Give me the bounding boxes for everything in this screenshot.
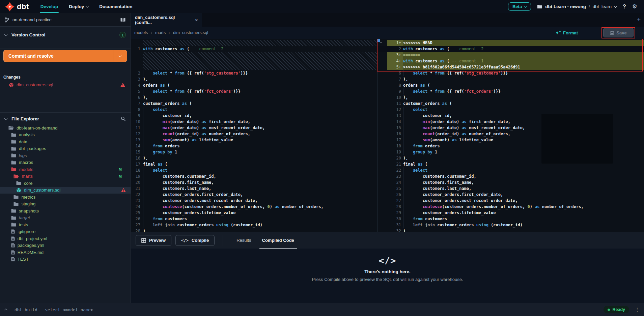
code-line-12[interactable]: 12count(order_id) as number_of_orders,	[131, 131, 377, 137]
code-line-31[interactable]: 31left join customer_orders using (custo…	[377, 222, 644, 228]
tree-item-metrics[interactable]: metrics	[0, 194, 131, 201]
tree-item--gitignore[interactable]: .gitignore	[0, 228, 131, 235]
code-line-7[interactable]: 7customer_orders as (	[131, 100, 377, 107]
fold-minus-icon[interactable]: −	[380, 39, 382, 45]
close-icon[interactable]: ×	[195, 18, 198, 23]
file-explorer-header[interactable]: File Explorer	[0, 113, 131, 125]
file-search-icon[interactable]	[121, 116, 126, 121]
kebab-menu-icon[interactable]: ⋮	[635, 307, 640, 313]
new-tab-button[interactable]: +	[637, 13, 641, 27]
code-line-11[interactable]: 11customer_orders as (	[377, 100, 644, 107]
tree-item-data[interactable]: data	[0, 138, 131, 145]
code-line-28[interactable]: 28coalesce(customer_orders.number_of_ord…	[377, 204, 644, 210]
code-line-23[interactable]: 23customers.customer_id,	[377, 173, 644, 179]
tree-item-models[interactable]: modelsM	[0, 166, 131, 173]
chevron-up-icon[interactable]	[5, 307, 7, 313]
format-button[interactable]: ✦✦ Format	[555, 30, 578, 35]
tree-item-snapshots[interactable]: snapshots	[0, 207, 131, 214]
code-line-5[interactable]: 5select * from {{ ref('fct_orders')}}	[131, 88, 377, 94]
code-line-1[interactable]: −1+<<<<<<< HEAD	[377, 40, 644, 46]
code-line-15[interactable]: 15group by 1	[131, 149, 377, 155]
code-line-19[interactable]: 19customers.customer_id,	[131, 173, 377, 179]
code-line-24[interactable]: 24coalesce(customer_orders.number_of_ord…	[131, 204, 377, 210]
code-line-30[interactable]: 30from customers	[377, 216, 644, 222]
code-line-14[interactable]: 14from orders	[131, 143, 377, 149]
code-line-16[interactable]: 16),	[131, 155, 377, 161]
breadcrumb-marts[interactable]: marts	[155, 30, 166, 35]
tree-item-core[interactable]: core	[0, 180, 131, 187]
code-line-6[interactable]: 6),	[131, 94, 377, 100]
code-line-22[interactable]: 22customer_orders.first_order_date,	[131, 192, 377, 198]
code-line-28[interactable]: 28)	[131, 228, 377, 232]
gear-icon[interactable]: ⚙	[632, 4, 637, 9]
code-line-4[interactable]: 4+with customers as ( -- comment 1	[377, 58, 644, 64]
tree-item-tests[interactable]: tests	[0, 221, 131, 228]
preview-button[interactable]: Preview	[136, 235, 171, 246]
version-control-header[interactable]: Version Control 1	[0, 30, 131, 40]
tab-dim-customers[interactable]: dim_customers.sql (confli... ×	[131, 13, 202, 27]
tree-item-dbt-learn-on-demand[interactable]: dbt-learn-on-demand	[0, 124, 131, 132]
save-button[interactable]: Save	[603, 28, 634, 37]
tree-item-staging[interactable]: staging	[0, 201, 131, 208]
project-switcher[interactable]: dbt Learn - mwong / dbt_learn	[537, 4, 617, 9]
tree-item-macros[interactable]: macros	[0, 159, 131, 166]
code-line-9[interactable]: 9customer_id,	[131, 113, 377, 119]
tree-item-target[interactable]: target	[0, 214, 131, 222]
code-line-20[interactable]: 20customers.first_name,	[131, 179, 377, 185]
code-line-24[interactable]: 24customers.first_name,	[377, 179, 644, 185]
code-line-12[interactable]: 12select	[377, 107, 644, 113]
code-line-1[interactable]: 1with customers as ( -- comment 2	[131, 46, 377, 52]
code-line-27[interactable]: 27customer_orders.most_recent_order_date…	[377, 198, 644, 204]
changelog-book-icon[interactable]	[120, 18, 126, 22]
code-line-26[interactable]: 26from customers	[131, 216, 377, 222]
code-line-6[interactable]: 6select * from {{ ref('stg_customers')}}	[377, 70, 644, 76]
changed-file-row[interactable]: dim_customers.sql	[0, 81, 131, 88]
tree-item-logs[interactable]: logs	[0, 152, 131, 159]
tab-results[interactable]: Results	[231, 232, 256, 249]
nav-documentation[interactable]: Documentation	[94, 0, 138, 13]
command-input[interactable]: dbt build --select <model_name>	[15, 307, 604, 312]
tree-item-packages-yml[interactable]: packages.yml	[0, 242, 131, 249]
code-line-10[interactable]: 10min(order_date) as first_order_date,	[131, 119, 377, 125]
editor-pane-current[interactable]: 1with customers as ( -- comment 22select…	[131, 39, 377, 232]
code-line-5[interactable]: 5+>>>>>>> b81f802a66fd544504c65721e3ffaa…	[377, 64, 644, 70]
commit-and-resolve-button[interactable]: Commit and resolve	[3, 50, 127, 62]
code-line-4[interactable]: 4orders as (	[131, 82, 377, 88]
code-line-26[interactable]: 26customer_orders.first_order_date,	[377, 192, 644, 198]
tree-item-test[interactable]: TEST	[0, 256, 131, 263]
tree-item-dbt-project-yml[interactable]: dbt_project.yml	[0, 235, 131, 242]
code-line-29[interactable]: 29customer_orders.lifetime_value	[377, 210, 644, 216]
code-line-18[interactable]: 18select	[131, 167, 377, 173]
help-icon[interactable]: ?	[623, 4, 626, 10]
code-line-9[interactable]: 9select * from {{ ref('fct_orders')}}	[377, 88, 644, 94]
code-line-21[interactable]: 21customers.last_name,	[131, 185, 377, 192]
beta-dropdown[interactable]: Beta	[508, 2, 531, 11]
code-line-17[interactable]: 17final as (	[131, 161, 377, 167]
code-line-25[interactable]: 25customer_orders.lifetime_value	[131, 210, 377, 216]
nav-develop[interactable]: Develop	[35, 0, 64, 13]
code-line-13[interactable]: 13sum(amount) as lifetime_value	[131, 137, 377, 143]
code-line-25[interactable]: 25customers.last_name,	[377, 185, 644, 192]
breadcrumb-file[interactable]: dim_customers.sql	[173, 30, 208, 35]
code-line-22[interactable]: 22select	[377, 167, 644, 173]
code-line-2[interactable]: 2with customers as ( -- comment 2	[377, 46, 644, 52]
code-line-2[interactable]: 2select * from {{ ref('stg_customers')}}	[131, 70, 377, 76]
code-line-11[interactable]: 11max(order_date) as most_recent_order_d…	[131, 125, 377, 131]
commit-options-dropdown[interactable]	[113, 55, 127, 57]
tree-item-dbt-packages[interactable]: dbt_packages	[0, 145, 131, 152]
tree-item-marts[interactable]: martsM	[0, 173, 131, 180]
code-line-3[interactable]: 3+=======	[377, 52, 644, 58]
tree-item-readme-md[interactable]: README.md	[0, 249, 131, 256]
code-line-3[interactable]: 3),	[131, 76, 377, 82]
code-line-8[interactable]: 8orders as (	[377, 82, 644, 88]
code-line-7[interactable]: 7),	[377, 76, 644, 82]
nav-deploy[interactable]: Deploy	[63, 0, 94, 13]
tree-item-analysis[interactable]: analysis	[0, 132, 131, 139]
code-line-10[interactable]: 10),	[377, 94, 644, 100]
tab-compiled-code[interactable]: Compiled Code	[257, 232, 300, 249]
breadcrumb-models[interactable]: models	[134, 30, 148, 35]
code-line-27[interactable]: 27left join customer_orders using (custo…	[131, 222, 377, 228]
code-line-32[interactable]: 32)	[377, 228, 644, 232]
code-line-8[interactable]: 8select	[131, 107, 377, 113]
compile-button[interactable]: </> Compile	[175, 235, 215, 246]
